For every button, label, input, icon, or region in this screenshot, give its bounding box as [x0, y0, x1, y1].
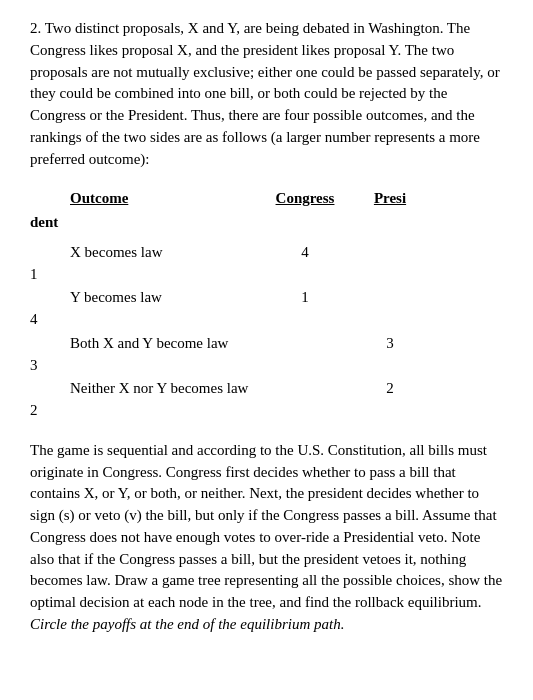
president-val-3: 3 [350, 333, 430, 355]
president-dent-label: dent [30, 212, 260, 234]
congress-num-4: 2 [30, 400, 38, 422]
congress-val-3 [260, 333, 350, 355]
president-header: Presi [350, 188, 430, 210]
outcome-3-label: Both X and Y become law [30, 333, 260, 355]
table-row-1: X becomes law 4 1 [30, 242, 503, 286]
president-val-4: 2 [350, 378, 430, 400]
table-subheader: dent [30, 212, 503, 234]
bottom-paragraph: The game is sequential and according to … [30, 440, 503, 636]
congress-header: Congress [260, 188, 350, 210]
president-header-part1: Presi [374, 190, 406, 206]
table-row-2: Y becomes law 1 4 [30, 287, 503, 331]
congress-num-3: 3 [30, 355, 38, 377]
table-header-row: Outcome Congress Presi [30, 188, 503, 210]
president-val-1 [350, 242, 430, 264]
page-container: 2. Two distinct proposals, X and Y, are … [30, 18, 503, 636]
congress-val-1: 4 [260, 242, 350, 264]
outcomes-table: Outcome Congress Presi dent X becomes la… [30, 188, 503, 422]
table-row-3: Both X and Y become law 3 3 [30, 333, 503, 377]
congress-val-4 [260, 378, 350, 400]
congress-val-2: 1 [260, 287, 350, 309]
outcome-4-label: Neither X nor Y becomes law [30, 378, 260, 400]
president-num-2: 4 [30, 309, 38, 331]
intro-paragraph: 2. Two distinct proposals, X and Y, are … [30, 18, 503, 170]
outcome-header: Outcome [30, 188, 260, 210]
bottom-paragraph-italic: Circle the payoffs at the end of the equ… [30, 616, 344, 632]
president-val-2 [350, 287, 430, 309]
table-row-4: Neither X nor Y becomes law 2 2 [30, 378, 503, 422]
bottom-paragraph-regular: The game is sequential and according to … [30, 442, 502, 610]
president-num-1: 1 [30, 264, 38, 286]
outcome-2-label: Y becomes law [30, 287, 260, 309]
outcome-1-label: X becomes law [30, 242, 260, 264]
